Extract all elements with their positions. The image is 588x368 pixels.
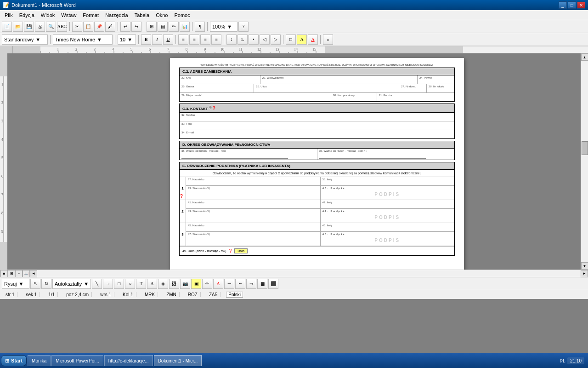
- language-button[interactable]: Polski: [226, 292, 243, 298]
- rectangle-tool-button[interactable]: □: [114, 279, 124, 289]
- c2-ulica-label: 26. Ulica: [256, 85, 397, 88]
- svg-text:3: 3: [94, 47, 96, 52]
- help-button[interactable]: ?: [238, 22, 249, 32]
- spell-button[interactable]: ABC: [57, 22, 67, 32]
- undo-button[interactable]: ↩: [120, 22, 130, 32]
- new-button[interactable]: 📄: [2, 22, 12, 32]
- start-button[interactable]: ⊞ Start: [1, 355, 27, 366]
- signatory-2: 2 41. Nazwisko 42. Imię 43.: [180, 200, 454, 223]
- scroll-down-button[interactable]: ▼: [581, 262, 588, 270]
- close-button[interactable]: ✕: [577, 1, 585, 9]
- menu-narzedzia[interactable]: Narzędzia: [102, 12, 131, 19]
- redo-button[interactable]: ↪: [131, 22, 141, 32]
- bullets-button[interactable]: •: [249, 34, 259, 45]
- section-e: E. OŚWIADCZENIE PODATNIKA (PŁATNIKA LUB …: [179, 162, 455, 256]
- menu-pomoc[interactable]: Pomoc: [171, 12, 192, 19]
- paste-button[interactable]: 📌: [94, 22, 104, 32]
- print-preview-button[interactable]: 🔍: [46, 22, 56, 32]
- outside-border-button[interactable]: □: [286, 34, 296, 45]
- open-button[interactable]: 📂: [13, 22, 23, 32]
- rotate-button[interactable]: ↻: [41, 279, 51, 289]
- bold-button[interactable]: B: [141, 34, 151, 45]
- para-mark-button[interactable]: ¶: [195, 22, 205, 32]
- arrow-tool-button[interactable]: →: [103, 279, 113, 289]
- rysuj-dropdown[interactable]: Rysuj ▼: [2, 279, 29, 289]
- align-left-button[interactable]: ≡: [178, 34, 188, 45]
- sig1-stanowisko: 39. Stanowisko 5): [186, 186, 321, 200]
- line-spacing-button[interactable]: ↕: [226, 34, 237, 45]
- minimize-button[interactable]: _: [559, 1, 567, 9]
- zoom-dropdown[interactable]: 100% ▼: [210, 22, 237, 32]
- taskbar-powerpoint[interactable]: Microsoft PowerPoi...: [51, 355, 103, 366]
- font-color-draw-button[interactable]: A: [213, 279, 223, 289]
- italic-button[interactable]: I: [152, 34, 162, 45]
- save-button[interactable]: 💾: [24, 22, 34, 32]
- scroll-up-button[interactable]: ▲: [581, 53, 588, 61]
- menu-bar: Plik Edycja Widok Wstaw Format Narzędzia…: [0, 10, 588, 20]
- arrow-style-button[interactable]: ⇒: [246, 279, 256, 289]
- wordart-button[interactable]: A: [147, 279, 157, 289]
- menu-format[interactable]: Format: [80, 12, 102, 19]
- print-button[interactable]: 🖨: [35, 22, 45, 32]
- dash-style-button[interactable]: ╌: [235, 279, 245, 289]
- normal-view-btn[interactable]: ■: [0, 270, 8, 277]
- insert-table-button[interactable]: ⊞: [147, 22, 157, 32]
- diagram-button[interactable]: ◈: [158, 279, 168, 289]
- copy-button[interactable]: 📋: [83, 22, 93, 32]
- maximize-button[interactable]: □: [568, 1, 576, 9]
- highlight-button[interactable]: A: [297, 34, 307, 45]
- taskbar-word[interactable]: Dokument1 - Micr...: [154, 355, 202, 366]
- taskbar-monika[interactable]: Monika: [28, 355, 51, 366]
- outline-view-btn[interactable]: ≡: [15, 270, 23, 277]
- textbox-button[interactable]: T: [136, 279, 146, 289]
- cut-button[interactable]: ✂: [72, 22, 82, 32]
- data-button[interactable]: Data: [234, 248, 248, 253]
- chart-button[interactable]: 📊: [180, 22, 190, 32]
- line-tool-button[interactable]: ╲: [92, 279, 102, 289]
- style-dropdown[interactable]: Standardowy ▼: [2, 34, 48, 45]
- title-bar: 📝 Dokument1 - Microsoft Word _ □ ✕: [0, 0, 588, 10]
- columns-button[interactable]: ▤: [158, 22, 168, 32]
- menu-wstaw[interactable]: Wstaw: [58, 12, 79, 19]
- increase-indent-button[interactable]: ▷: [271, 34, 281, 45]
- line-color-button[interactable]: ✏: [202, 279, 212, 289]
- fill-color-button[interactable]: ▣: [191, 279, 201, 289]
- justify-button[interactable]: ≡: [211, 34, 221, 45]
- insert-image-button[interactable]: 📷: [180, 279, 190, 289]
- clipart-button[interactable]: 🖼: [169, 279, 179, 289]
- web-view-btn[interactable]: ⊞: [8, 270, 15, 277]
- reading-view-btn[interactable]: 📖: [23, 270, 30, 277]
- underline-button[interactable]: U: [163, 34, 173, 45]
- menu-okno[interactable]: Okno: [153, 12, 170, 19]
- align-right-button[interactable]: ≡: [200, 34, 210, 45]
- shadow-button[interactable]: ▩: [257, 279, 267, 289]
- font-dropdown[interactable]: Times New Rome ▼: [53, 34, 113, 45]
- menu-edycja[interactable]: Edycja: [17, 12, 37, 19]
- more-button[interactable]: »: [323, 34, 333, 45]
- scroll-left-button[interactable]: ◄: [30, 270, 37, 277]
- menu-tabela[interactable]: Tabela: [132, 12, 152, 19]
- fontsize-dropdown[interactable]: 10 ▼: [118, 34, 136, 45]
- scroll-right-button[interactable]: ►: [581, 270, 588, 277]
- menu-widok[interactable]: Widok: [38, 12, 58, 19]
- line-style-button[interactable]: ─: [224, 279, 234, 289]
- 3d-button[interactable]: ⬛: [268, 279, 278, 289]
- scroll-thumb[interactable]: [582, 141, 588, 155]
- document-area[interactable]: WYPEŁNIĆ W KAŻDYM PRZYPADKU, PODAĆ WSZYS…: [7, 53, 581, 270]
- font-color-button[interactable]: A: [308, 34, 318, 45]
- decrease-indent-button[interactable]: ◁: [260, 34, 270, 45]
- main-area: 1 2 3 4 5 6 7 8 9 WYPEŁNIĆ W KAŻDYM PRZY…: [0, 53, 588, 270]
- format-painter-button[interactable]: 🖌: [105, 22, 115, 32]
- align-center-button[interactable]: ≡: [189, 34, 199, 45]
- autoksztalty-chevron: ▼: [84, 281, 89, 287]
- taskbar-browser[interactable]: http://e-deklaracje...: [104, 355, 153, 366]
- section-c3-header: C.3. KONTAKT 3) ?: [180, 104, 454, 113]
- menu-plik[interactable]: Plik: [2, 12, 16, 19]
- style-chevron: ▼: [35, 37, 40, 42]
- drawing-button[interactable]: ✏: [169, 22, 179, 32]
- oval-tool-button[interactable]: ○: [125, 279, 135, 289]
- numbering-button[interactable]: 1.: [237, 34, 248, 45]
- select-button[interactable]: ↖: [30, 279, 40, 289]
- c2-kraj: 22. Kraj: [180, 75, 260, 84]
- autoksztalty-dropdown[interactable]: Autokształty ▼: [52, 279, 91, 289]
